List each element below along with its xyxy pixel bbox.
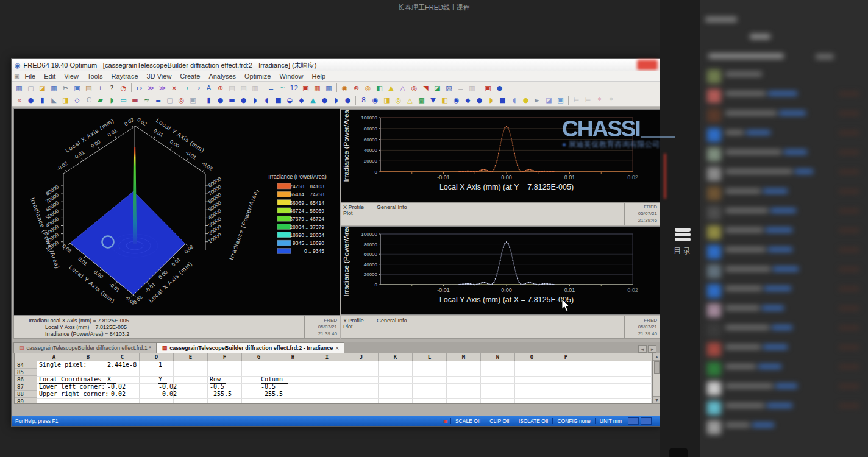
sheet-cell[interactable]: -0.02: [158, 383, 177, 391]
toolbar-icon[interactable]: ■: [497, 95, 508, 105]
sheet-row-89[interactable]: 89: [15, 398, 652, 404]
toolbar-icon[interactable]: ▮: [203, 95, 215, 105]
tab-document-2-active[interactable]: ▤ cassegrainTelescopeBuilder diffraction…: [157, 342, 344, 353]
tab-close-icon[interactable]: ×: [335, 345, 339, 352]
sheet-cell[interactable]: -0.5: [210, 383, 224, 391]
sheet-cell[interactable]: 1: [158, 361, 162, 369]
menu-file[interactable]: File: [21, 73, 40, 80]
toolbar-icon[interactable]: △: [397, 83, 408, 93]
y-profile-tab[interactable]: Y Profile Plot: [341, 316, 374, 338]
toolbar-icon[interactable]: △: [404, 95, 416, 105]
sheet-cell[interactable]: 0.02: [158, 391, 177, 398]
row-header[interactable]: 89: [15, 398, 37, 404]
row-header[interactable]: 88: [15, 391, 37, 398]
toolbar-icon[interactable]: ◧: [439, 95, 450, 105]
toolbar-icon[interactable]: ▤: [226, 83, 238, 93]
scrollbar-thumb[interactable]: [654, 361, 660, 374]
scroll-down-icon[interactable]: ▼: [653, 396, 660, 403]
course-item[interactable]: [700, 88, 868, 107]
toolbar-icon[interactable]: ▭: [118, 95, 129, 105]
column-header-D[interactable]: D: [140, 353, 174, 361]
toolbar-icon[interactable]: ▤: [238, 83, 249, 93]
toolbar-icon[interactable]: ◨: [381, 95, 393, 105]
toolbar-icon[interactable]: ◗: [106, 95, 118, 105]
menu-tools[interactable]: Tools: [83, 73, 107, 80]
sheet-cell[interactable]: -0.02: [107, 383, 126, 391]
toolbar-icon[interactable]: ●: [474, 95, 485, 105]
toolbar-icon[interactable]: ●: [520, 95, 532, 105]
column-header-G[interactable]: G: [242, 353, 276, 361]
x-profile-plot[interactable]: 020000400006000080000100000-0.010.000.01…: [341, 109, 660, 202]
course-item[interactable]: [700, 107, 868, 126]
course-item[interactable]: [700, 205, 868, 224]
toolbar-icon[interactable]: ◗: [330, 95, 342, 105]
general-info-tab[interactable]: General Info: [374, 203, 624, 225]
tab-scroll-right[interactable]: ▸: [648, 345, 656, 353]
toolbar-icon[interactable]: ▲: [385, 83, 397, 93]
toolbar-icon[interactable]: ◎: [362, 83, 374, 93]
sheet-row-84[interactable]: Single pixel:2.441e-8184: [15, 361, 652, 369]
column-header-K[interactable]: K: [379, 353, 413, 361]
column-header-P[interactable]: P: [549, 353, 583, 361]
toolbar-icon[interactable]: ●: [319, 95, 330, 105]
toolbar-icon[interactable]: ◧: [374, 83, 385, 93]
toolbar-icon[interactable]: 12: [288, 83, 300, 93]
toolbar-icon[interactable]: ▦: [311, 83, 323, 93]
toolbar-icon[interactable]: ●: [215, 95, 226, 105]
toolbar-icon[interactable]: A: [203, 83, 215, 93]
sheet-cell[interactable]: 255.5: [210, 391, 232, 398]
toolbar-icon[interactable]: ◖: [508, 95, 520, 105]
toolbar-icon[interactable]: ■: [272, 95, 284, 105]
status-toggle-scale[interactable]: SCALE Off: [450, 418, 485, 424]
sheet-cell[interactable]: 0.02: [107, 391, 126, 398]
sheet-row-85[interactable]: 85: [15, 369, 652, 376]
course-item[interactable]: [700, 263, 868, 282]
toolbar-icon[interactable]: ▣: [71, 83, 83, 93]
course-list-panel[interactable]: [700, 0, 868, 457]
course-item[interactable]: [700, 380, 868, 399]
sheet-row-88[interactable]: Upper right corner: 0.02 0.02 255.5 255.…: [15, 391, 652, 398]
toolbar-icon[interactable]: ⊗: [350, 83, 362, 93]
toolbar-icon[interactable]: ◖: [261, 95, 272, 105]
status-toggle-isolate[interactable]: ISOLATE Off: [514, 418, 553, 424]
toolbar-icon[interactable]: ▢: [164, 95, 176, 105]
toolbar-icon[interactable]: ◎: [408, 83, 420, 93]
sheet-cell[interactable]: Upper right corner:: [39, 391, 108, 398]
toolbar-icon[interactable]: ≫: [157, 83, 168, 93]
toolbar-icon[interactable]: ▣: [187, 95, 199, 105]
toolbar-icon[interactable]: ▬: [226, 95, 238, 105]
column-header-C[interactable]: C: [105, 353, 140, 361]
toolbar-icon[interactable]: *: [594, 95, 605, 105]
course-item[interactable]: [700, 322, 868, 341]
toolbar-icon[interactable]: ▬: [129, 95, 141, 105]
toolbar-icon[interactable]: ▥: [466, 83, 478, 93]
column-header-I[interactable]: I: [310, 353, 344, 361]
toolbar-icon[interactable]: ▦: [48, 83, 60, 93]
toolbar-icon[interactable]: ◗: [249, 95, 261, 105]
column-header-M[interactable]: M: [447, 353, 481, 361]
menu-edit[interactable]: Edit: [40, 73, 60, 80]
toolbar-icon[interactable]: ≡: [152, 95, 164, 105]
toolbar-icon[interactable]: ≈: [141, 95, 152, 105]
column-header-L[interactable]: L: [413, 353, 447, 361]
toolbar-icon[interactable]: ◥: [420, 83, 432, 93]
toolbar-icon[interactable]: ◪: [37, 83, 48, 93]
course-item[interactable]: [700, 361, 868, 380]
toolbar-icon[interactable]: ●: [494, 83, 505, 93]
status-toggle-clip[interactable]: CLIP Off: [485, 418, 513, 424]
toolbar-icon[interactable]: «: [13, 95, 25, 105]
menu-window[interactable]: Window: [275, 73, 307, 80]
toolbar-icon[interactable]: ▦: [13, 83, 25, 93]
toolbar-icon[interactable]: ▮: [37, 95, 48, 105]
toolbar-icon[interactable]: ◣: [48, 95, 60, 105]
toolbar-icon[interactable]: ◆: [296, 95, 307, 105]
course-item[interactable]: [700, 400, 868, 419]
course-item[interactable]: [700, 224, 868, 243]
toolbar-icon[interactable]: ▧: [443, 83, 455, 93]
sheet-row-86[interactable]: Local CoordinatesXYRowColumn86: [15, 376, 652, 383]
course-item[interactable]: [700, 419, 868, 438]
course-item[interactable]: [700, 185, 868, 204]
row-header[interactable]: 86: [15, 376, 37, 383]
toolbar-icon[interactable]: C: [83, 95, 94, 105]
menu-optimize[interactable]: Optimize: [240, 73, 275, 80]
